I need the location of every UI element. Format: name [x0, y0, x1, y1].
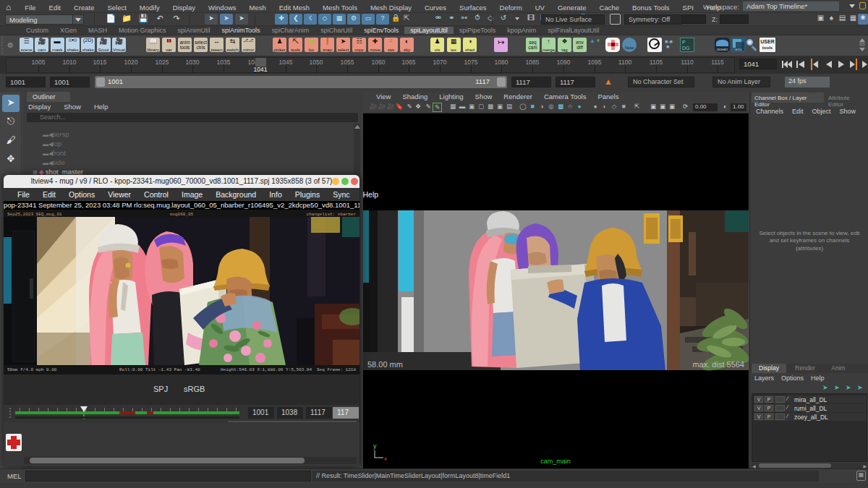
- svg-text:Height:546.03 X:1,880.06 Y:5,5: Height:546.03 X:1,880.06 Y:5,563.94: [221, 367, 312, 372]
- svg-text:Sep25,2023 SEQ_mug_01: Sep25,2023 SEQ_mug_01: [7, 212, 62, 217]
- svg-text:x: x: [384, 455, 387, 462]
- svg-text:50mm f/4.0 mph 0.00: 50mm f/4.0 mph 0.00: [7, 367, 57, 372]
- svg-text:58.00 mm: 58.00 mm: [367, 360, 403, 369]
- svg-text:max. dist 5564: max. dist 5564: [692, 360, 744, 369]
- svg-text:changelist: nbarber: changelist: nbarber: [307, 212, 357, 217]
- svg-text:y: y: [373, 442, 377, 450]
- svg-text:cam_main: cam_main: [540, 458, 571, 465]
- svg-text:Seq Frame: 1218: Seq Frame: 1218: [317, 367, 356, 372]
- svg-text:mug060_05: mug060_05: [170, 212, 194, 217]
- svg-text:Roll:0.00 Tilt -1.43 Pan -83.4: Roll:0.00 Tilt -1.43 Pan -83.40: [119, 367, 200, 372]
